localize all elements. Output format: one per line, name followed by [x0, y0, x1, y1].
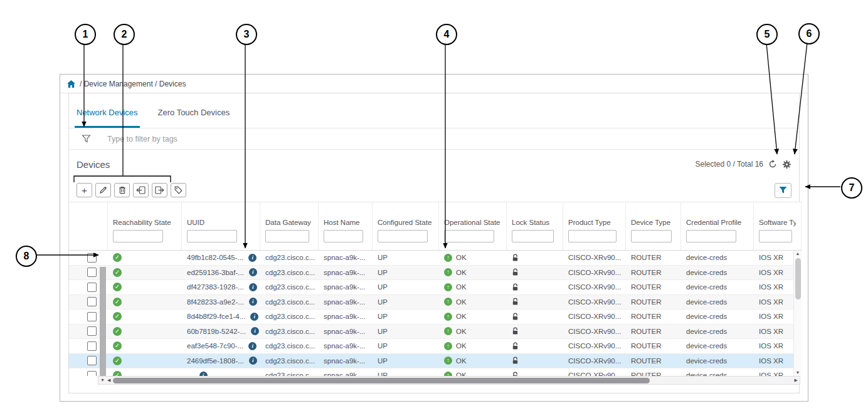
- table-row[interactable]: ✓ 2469df5e-1808-... i cdg23.cisco.c... s…: [69, 354, 802, 369]
- callout-4: 4: [436, 24, 457, 45]
- reachable-check-icon: ✓: [113, 298, 122, 306]
- operational-up-icon: ↑: [444, 283, 452, 291]
- product-type-text: CISCO-XRv90...: [563, 298, 626, 306]
- info-icon[interactable]: i: [249, 268, 257, 276]
- column-label: Lock Status: [512, 219, 558, 226]
- devices-header-actions: Selected 0 / Total 16: [695, 160, 791, 169]
- table-row[interactable]: ✓ 8f428233-a9e2-... i cdg23.cisco.c... s…: [69, 295, 802, 310]
- configured-state-text: UP: [373, 269, 439, 276]
- configured-state-text: UP: [373, 357, 439, 365]
- toolbar-delete-button[interactable]: [114, 183, 130, 197]
- tag-filter-input[interactable]: [106, 134, 799, 144]
- row-checkbox[interactable]: [87, 312, 97, 321]
- toolbar-tag-button[interactable]: [171, 183, 186, 197]
- tag-filter-row: [69, 128, 799, 150]
- tag-filter-funnel-icon[interactable]: [82, 135, 91, 143]
- horizontal-scrollbar[interactable]: ▼ ◀ ▶: [98, 376, 800, 385]
- column-filter-input[interactable]: [631, 230, 672, 242]
- operational-up-icon: ↑: [444, 342, 452, 350]
- home-icon[interactable]: [67, 80, 75, 88]
- column-filter-input[interactable]: [187, 230, 237, 242]
- funnel-icon: [778, 186, 788, 194]
- table-row[interactable]: ✓ ed259136-3baf-... i cdg23.cisco.c... s…: [69, 266, 802, 281]
- column-filter-input[interactable]: [686, 230, 736, 242]
- column-filter-input[interactable]: [113, 230, 163, 242]
- data-gateway-text: cdg23.cisco.c...: [260, 269, 319, 276]
- scroll-up-icon[interactable]: ▲: [796, 251, 800, 257]
- callout-5: 5: [756, 24, 778, 45]
- info-icon[interactable]: i: [248, 342, 257, 350]
- scroll-down-icon[interactable]: ▼: [796, 370, 800, 376]
- operational-up-icon: ↑: [444, 372, 452, 376]
- toolbar-edit-button[interactable]: [95, 183, 111, 197]
- row-checkbox[interactable]: [87, 326, 97, 336]
- info-icon[interactable]: i: [249, 298, 257, 306]
- table-row[interactable]: ✓ 49fb1c82-0545-... i cdg23.cisco.c... s…: [69, 251, 802, 266]
- refresh-icon[interactable]: [768, 160, 777, 169]
- column-filter-input[interactable]: [378, 230, 428, 242]
- scroll-left-icon[interactable]: ◀: [107, 377, 110, 383]
- export-icon: [155, 186, 164, 194]
- column-filter-input[interactable]: [568, 230, 617, 242]
- host-name-text: spnac-a9k-...: [319, 298, 373, 306]
- device-type-text: ROUTER: [626, 269, 681, 276]
- device-type-text: ROUTER: [626, 328, 681, 335]
- tab-zero-touch-devices[interactable]: Zero Touch Devices: [156, 108, 232, 128]
- info-icon[interactable]: i: [248, 254, 257, 262]
- table-row[interactable]: ✓ 8d4b8f29-fce1-4... i cdg23.cisco.c... …: [69, 310, 802, 325]
- filter-button[interactable]: [775, 183, 791, 198]
- row-checkbox[interactable]: [87, 253, 97, 263]
- strip-down-icon[interactable]: ▼: [100, 377, 105, 383]
- info-icon[interactable]: i: [251, 327, 259, 335]
- row-checkbox[interactable]: [87, 283, 97, 292]
- toolbar-buttons: +: [77, 183, 186, 197]
- reachable-check-icon: ✓: [113, 371, 122, 376]
- toolbar-export-button[interactable]: [152, 183, 167, 197]
- operational-state-text: OK: [456, 328, 467, 335]
- vertical-scrollbar[interactable]: ▲ ▼: [793, 251, 802, 376]
- select-all-cell: [69, 202, 108, 250]
- tab-network-devices[interactable]: Network Devices: [75, 108, 140, 128]
- row-checkbox[interactable]: [87, 297, 97, 306]
- info-icon[interactable]: i: [199, 372, 208, 376]
- horizontal-scrollbar-thumb[interactable]: [113, 378, 650, 383]
- device-type-text: ROUTER: [626, 372, 681, 376]
- row-checkbox[interactable]: [87, 356, 97, 365]
- configured-state-text: UP: [373, 254, 439, 261]
- operational-up-icon: ↑: [444, 313, 452, 321]
- column-filter-input[interactable]: [759, 230, 792, 242]
- info-icon[interactable]: i: [250, 313, 258, 321]
- column-filter-input[interactable]: [444, 230, 494, 242]
- gear-icon[interactable]: [782, 160, 791, 169]
- scroll-right-icon[interactable]: ▶: [795, 377, 798, 383]
- breadcrumb-path[interactable]: / Device Management / Devices: [80, 80, 186, 88]
- table-row[interactable]: ✓ … i cdg23.cisco.c... spnac-a9k-... UP …: [69, 368, 802, 376]
- table-row[interactable]: ✓ eaf3e548-7c90-... i cdg23.cisco.c... s…: [69, 339, 802, 354]
- table-row[interactable]: ✓ 60b7819b-5242-... i cdg23.cisco.c... s…: [69, 325, 802, 340]
- vertical-scrollbar-thumb[interactable]: [795, 258, 801, 299]
- toolbar-import-button[interactable]: [133, 183, 149, 197]
- unlocked-icon: [512, 342, 519, 350]
- operational-up-icon: ↑: [444, 254, 452, 262]
- unlocked-icon: [512, 372, 519, 376]
- left-vertical-scrollbar[interactable]: [100, 267, 106, 376]
- pencil-icon: [99, 186, 107, 194]
- column-label: Product Type: [568, 219, 620, 226]
- info-icon[interactable]: i: [249, 283, 257, 291]
- row-checkbox[interactable]: [87, 341, 97, 351]
- row-checkbox[interactable]: [87, 268, 97, 277]
- toolbar-add-button[interactable]: +: [77, 183, 92, 197]
- product-type-text: CISCO-XRv90...: [563, 328, 626, 335]
- column-filter-input[interactable]: [512, 230, 554, 242]
- uuid-text: ed259136-3baf-...: [187, 269, 244, 276]
- info-icon[interactable]: i: [249, 356, 257, 365]
- unlocked-icon: [512, 313, 519, 321]
- row-checkbox[interactable]: [87, 371, 97, 376]
- host-name-text: spnac-a9k-...: [319, 313, 373, 320]
- uuid-text: 60b7819b-5242-...: [187, 328, 246, 335]
- table-row[interactable]: ✓ df427383-1928-... i cdg23.cisco.c... s…: [69, 280, 802, 295]
- column-filter-input[interactable]: [324, 230, 363, 242]
- operational-state-text: OK: [456, 313, 467, 320]
- product-type-text: CISCO-XRv90...: [563, 342, 626, 350]
- column-filter-input[interactable]: [265, 230, 309, 242]
